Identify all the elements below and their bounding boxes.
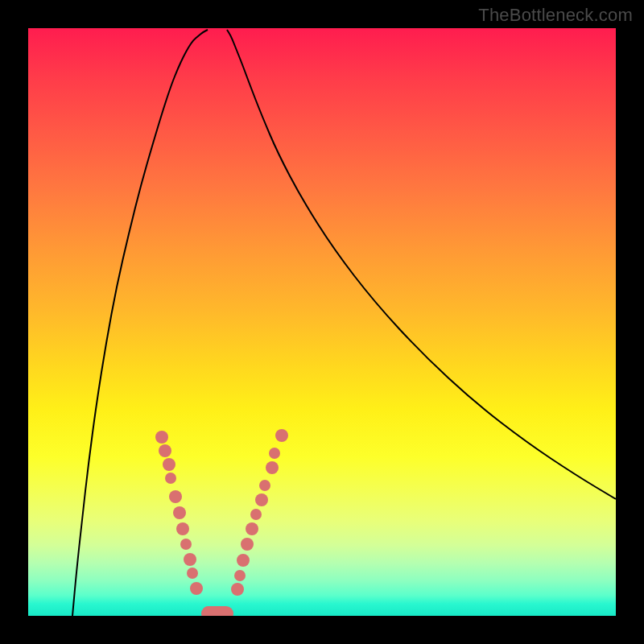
watermark-text: TheBottleneck.com: [478, 5, 633, 26]
curve-marker: [269, 448, 280, 459]
curve-marker: [176, 522, 189, 535]
curve-marker: [231, 583, 244, 596]
chart-svg: [28, 28, 616, 616]
curve-marker: [250, 509, 262, 520]
curve-marker: [159, 444, 171, 457]
bottom-cap-marker: [201, 606, 233, 616]
curve-marker: [234, 570, 246, 581]
right-curve: [227, 30, 616, 499]
curve-marker: [165, 473, 176, 484]
left-curve-markers: [155, 431, 203, 595]
curve-marker: [163, 458, 175, 471]
curve-marker: [275, 429, 288, 442]
curve-marker: [190, 582, 203, 595]
curve-marker: [173, 506, 186, 519]
right-curve-markers: [231, 429, 288, 596]
curve-marker: [155, 431, 168, 444]
curve-marker: [237, 554, 250, 567]
curve-marker: [266, 461, 279, 474]
curve-marker: [184, 553, 196, 566]
curve-marker: [246, 522, 258, 535]
curve-marker: [187, 568, 198, 579]
chart-frame: TheBottleneck.com: [0, 0, 644, 644]
curve-marker: [180, 539, 192, 550]
curve-marker: [169, 490, 182, 503]
curve-marker: [259, 480, 270, 491]
curve-marker: [255, 493, 268, 506]
plot-area: [28, 28, 616, 616]
curve-marker: [241, 538, 254, 551]
